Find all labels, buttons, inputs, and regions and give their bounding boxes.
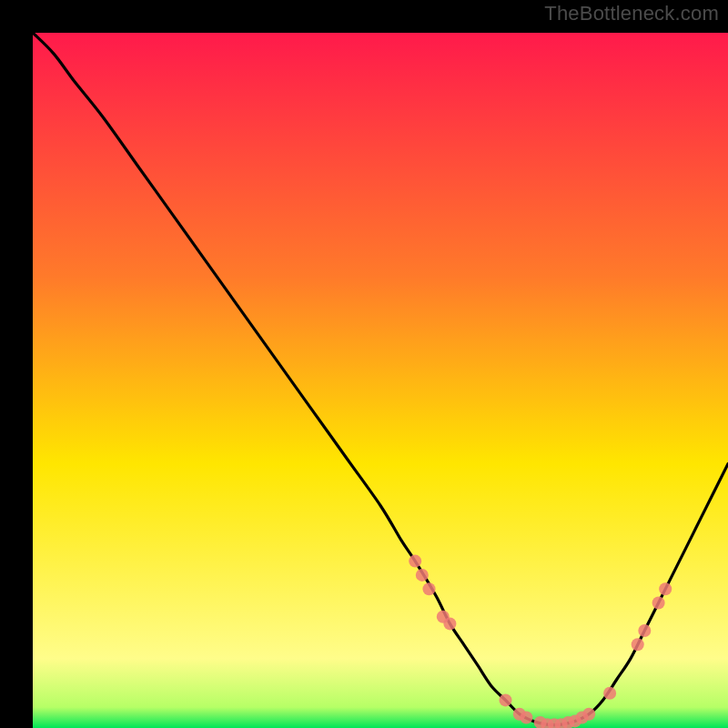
data-marker — [423, 582, 436, 595]
data-marker — [443, 617, 456, 630]
chart-frame — [16, 16, 712, 712]
data-marker — [652, 597, 665, 610]
data-marker — [416, 569, 429, 581]
data-marker — [632, 638, 644, 651]
watermark-text: TheBottleneck.com — [544, 2, 719, 25]
data-marker — [638, 624, 651, 637]
data-marker — [582, 708, 595, 721]
data-marker — [520, 712, 532, 724]
gradient-background — [33, 33, 728, 728]
data-marker — [659, 582, 672, 595]
data-marker — [603, 687, 616, 700]
bottleneck-chart — [33, 33, 728, 728]
data-marker — [409, 555, 421, 568]
data-marker — [500, 693, 512, 706]
